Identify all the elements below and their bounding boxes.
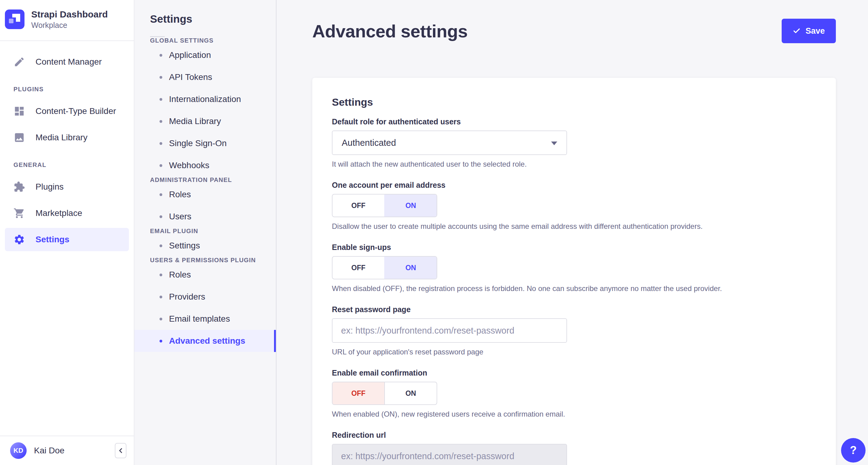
- workspace-brand[interactable]: Strapi Dashboard Workplace: [0, 0, 134, 41]
- reset-password-page-input[interactable]: [332, 318, 567, 343]
- sidebar-item-settings[interactable]: Settings: [5, 228, 129, 251]
- field-reset-password-page: Reset password page URL of your applicat…: [332, 305, 816, 356]
- user-profile-row[interactable]: KD Kai Doe: [0, 436, 134, 465]
- subnav-item-advanced-settings[interactable]: Advanced settings: [134, 330, 276, 352]
- avatar: KD: [10, 442, 27, 459]
- bullet-icon: [159, 164, 162, 167]
- toggle-on-option[interactable]: ON: [384, 257, 437, 279]
- gear-icon: [13, 234, 25, 245]
- sidebar-item-label: Settings: [35, 235, 69, 244]
- edit-icon: [13, 56, 25, 68]
- collapse-sidebar-button[interactable]: [115, 443, 126, 458]
- field-label: Default role for authenticated users: [332, 117, 816, 126]
- field-hint: It will attach the new authenticated use…: [332, 160, 816, 169]
- strapi-logo-icon: [5, 9, 25, 29]
- toggle-off-option[interactable]: OFF: [333, 257, 384, 279]
- subnav-item-email-templates[interactable]: Email templates: [134, 308, 276, 330]
- bullet-icon: [159, 215, 162, 218]
- field-hint: When disabled (OFF), the registration pr…: [332, 284, 816, 293]
- sidebar-item-content-manager[interactable]: Content Manager: [5, 50, 129, 74]
- help-button[interactable]: ?: [841, 438, 866, 463]
- toggle-on-option[interactable]: ON: [384, 195, 437, 216]
- subnav-item-internationalization[interactable]: Internationalization: [134, 88, 276, 110]
- subnav-item-api-tokens[interactable]: API Tokens: [134, 66, 276, 88]
- chevron-left-icon: [117, 446, 125, 455]
- subnav-item-email-settings[interactable]: Settings: [134, 235, 276, 257]
- bullet-icon: [159, 142, 162, 145]
- enable-email-confirmation-toggle: OFF ON: [332, 382, 437, 405]
- sidebar-item-content-type-builder[interactable]: Content-Type Builder: [5, 99, 129, 123]
- page-title: Advanced settings: [312, 21, 467, 41]
- default-role-select[interactable]: Authenticated: [332, 130, 567, 155]
- field-enable-sign-ups: Enable sign-ups OFF ON When disabled (OF…: [332, 243, 816, 293]
- sidebar-item-label: Plugins: [35, 182, 64, 192]
- toggle-off-option[interactable]: OFF: [333, 195, 384, 216]
- chevron-down-icon: [551, 142, 557, 145]
- field-label: Redirection url: [332, 431, 816, 440]
- panel-title: Settings: [332, 96, 816, 108]
- bullet-icon: [159, 54, 162, 57]
- puzzle-icon: [13, 181, 25, 193]
- field-enable-email-confirmation: Enable email confirmation OFF ON When en…: [332, 369, 816, 418]
- bullet-icon: [159, 120, 162, 123]
- sidebar-section-plugins: PLUGINS: [5, 86, 129, 93]
- subnav-item-providers[interactable]: Providers: [134, 286, 276, 308]
- sidebar-item-marketplace[interactable]: Marketplace: [5, 202, 129, 225]
- subnav-item-single-sign-on[interactable]: Single Sign-On: [134, 132, 276, 154]
- bullet-icon: [159, 340, 162, 343]
- bullet-icon: [159, 193, 162, 196]
- field-hint: Disallow the user to create multiple acc…: [332, 222, 816, 231]
- field-label: One account per email address: [332, 181, 816, 190]
- field-label: Enable sign-ups: [332, 243, 816, 252]
- subnav-item-application[interactable]: Application: [134, 44, 276, 66]
- workspace-subtitle: Workplace: [31, 20, 108, 30]
- field-redirection-url: Redirection url: [332, 431, 816, 465]
- sidebar-item-plugins[interactable]: Plugins: [5, 175, 129, 199]
- redirection-url-input: [332, 444, 567, 465]
- sidebar-item-label: Content-Type Builder: [35, 106, 116, 116]
- sidebar-item-label: Marketplace: [35, 208, 82, 218]
- sidebar-item-label: Content Manager: [35, 57, 102, 67]
- enable-sign-ups-toggle: OFF ON: [332, 256, 437, 279]
- settings-panel: Settings Default role for authenticated …: [312, 78, 836, 465]
- subnav-item-admin-users[interactable]: Users: [134, 206, 276, 228]
- image-icon: [13, 132, 25, 143]
- select-value: Authenticated: [342, 138, 396, 148]
- subnav-item-media-library[interactable]: Media Library: [134, 110, 276, 132]
- toggle-on-option[interactable]: ON: [384, 382, 437, 404]
- sidebar-item-label: Media Library: [35, 133, 88, 142]
- bullet-icon: [159, 273, 162, 276]
- subnav-item-up-roles[interactable]: Roles: [134, 264, 276, 286]
- field-label: Reset password page: [332, 305, 816, 314]
- settings-sidebar: Settings GLOBAL SETTINGS Application API…: [134, 0, 277, 465]
- subnav-item-webhooks[interactable]: Webhooks: [134, 154, 276, 176]
- field-default-role: Default role for authenticated users Aut…: [332, 117, 816, 169]
- question-mark-icon: ?: [850, 444, 857, 457]
- subnav-item-admin-roles[interactable]: Roles: [134, 183, 276, 206]
- toggle-off-option[interactable]: OFF: [333, 382, 384, 404]
- one-account-per-email-toggle: OFF ON: [332, 194, 437, 217]
- sidebar-item-media-library[interactable]: Media Library: [5, 126, 129, 149]
- main-content: Advanced settings Save Settings Default …: [277, 0, 868, 465]
- main-sidebar: Strapi Dashboard Workplace Content Manag…: [0, 0, 134, 465]
- bullet-icon: [159, 244, 162, 247]
- sidebar-section-general: GENERAL: [5, 162, 129, 169]
- bullet-icon: [159, 296, 162, 298]
- field-label: Enable email confirmation: [332, 369, 816, 377]
- subnav-section-administration-panel: ADMINISTRATION PANEL: [134, 176, 276, 183]
- subnav-section-global-settings: GLOBAL SETTINGS: [134, 37, 276, 44]
- subnav-section-users-permissions-plugin: USERS & PERMISSIONS PLUGIN: [134, 257, 276, 264]
- save-button[interactable]: Save: [782, 19, 836, 43]
- layout-grid-icon: [13, 106, 25, 117]
- shopping-cart-icon: [13, 207, 25, 219]
- subnav-section-email-plugin: EMAIL PLUGIN: [134, 228, 276, 235]
- bullet-icon: [159, 98, 162, 101]
- settings-sidebar-title: Settings: [134, 13, 276, 25]
- page-header: Advanced settings Save: [312, 18, 836, 44]
- field-hint: URL of your application's reset password…: [332, 348, 816, 356]
- bullet-icon: [159, 76, 162, 79]
- user-name: Kai Doe: [34, 446, 107, 456]
- field-hint: When enabled (ON), new registered users …: [332, 410, 816, 418]
- bullet-icon: [159, 318, 162, 320]
- field-one-account-per-email: One account per email address OFF ON Dis…: [332, 181, 816, 231]
